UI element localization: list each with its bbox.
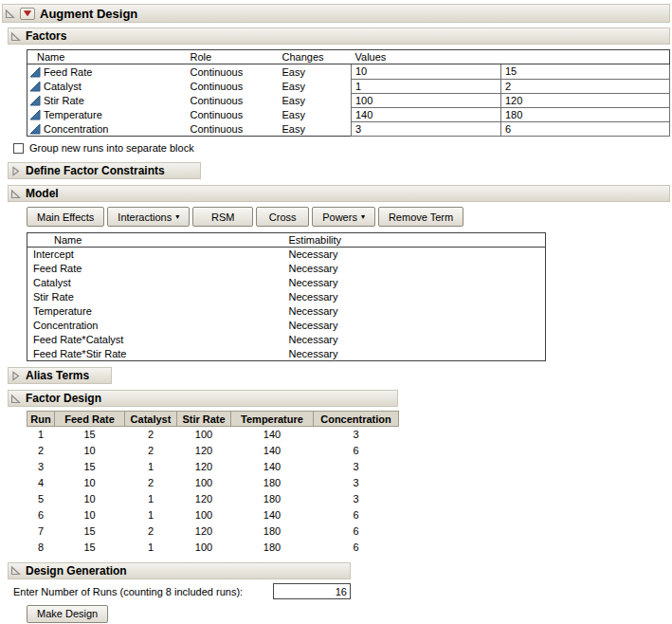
num-runs-input[interactable] bbox=[273, 583, 351, 599]
model-term-row: Feed Rate*Stir RateNecessary bbox=[27, 347, 546, 361]
term-estimability-cell[interactable]: Necessary bbox=[285, 276, 546, 290]
factor-name-cell[interactable]: Catalyst bbox=[27, 79, 187, 93]
value-cell: 3 bbox=[314, 459, 399, 475]
factor-changes-cell[interactable]: Easy bbox=[279, 93, 352, 107]
powers-button[interactable]: Powers▾ bbox=[312, 207, 375, 227]
cross-button[interactable]: Cross bbox=[256, 207, 309, 227]
term-estimability-cell[interactable]: Necessary bbox=[285, 304, 546, 319]
value-cell: 6 bbox=[314, 507, 399, 523]
factor-row: Temperature Continuous Easy 140 180 bbox=[27, 107, 670, 121]
term-estimability-cell[interactable]: Necessary bbox=[285, 262, 546, 276]
factor-role-cell[interactable]: Continuous bbox=[187, 79, 279, 93]
factor-high-value[interactable]: 120 bbox=[501, 93, 670, 107]
rsm-button[interactable]: RSM bbox=[192, 207, 253, 227]
value-cell: 10 bbox=[55, 491, 125, 507]
run-cell: 2 bbox=[27, 443, 55, 459]
factor-role-cell[interactable]: Continuous bbox=[187, 93, 279, 107]
term-name-cell[interactable]: Feed Rate*Catalyst bbox=[27, 333, 285, 347]
term-name-cell[interactable]: Catalyst bbox=[27, 276, 285, 290]
term-name-cell[interactable]: Temperature bbox=[27, 304, 285, 319]
factor-high-value[interactable]: 2 bbox=[501, 79, 670, 93]
value-cell: 180 bbox=[231, 475, 314, 491]
interactions-button[interactable]: Interactions▾ bbox=[107, 207, 190, 227]
factor-role-cell[interactable]: Continuous bbox=[187, 121, 279, 137]
outline-header-model[interactable]: Model bbox=[8, 185, 670, 202]
term-name-cell[interactable]: Feed Rate*Stir Rate bbox=[27, 347, 285, 361]
factor-high-value[interactable]: 15 bbox=[501, 64, 670, 80]
factor-high-value[interactable]: 180 bbox=[501, 107, 670, 121]
factor-high-value[interactable]: 6 bbox=[501, 121, 670, 137]
design-row: 71521201806 bbox=[27, 523, 399, 540]
value-cell: 2 bbox=[125, 523, 177, 540]
value-cell: 1 bbox=[125, 507, 177, 523]
design-row: 61011001406 bbox=[27, 507, 399, 523]
disclosure-open-icon bbox=[10, 31, 21, 42]
factor-design-header-label: Factor Design bbox=[26, 392, 101, 405]
outline-header-define-factor-constraints[interactable]: Define Factor Constraints bbox=[8, 162, 201, 179]
factor-name-cell[interactable]: Temperature bbox=[27, 107, 187, 121]
term-name-cell[interactable]: Concentration bbox=[27, 319, 285, 333]
group-runs-row: Group new runs into separate block bbox=[13, 141, 672, 155]
run-cell: 4 bbox=[27, 475, 55, 491]
continuous-factor-icon bbox=[29, 66, 41, 78]
value-cell: 120 bbox=[177, 443, 231, 459]
factor-row: Catalyst Continuous Easy 1 2 bbox=[27, 79, 670, 93]
continuous-factor-icon bbox=[29, 95, 41, 106]
value-cell: 100 bbox=[177, 475, 231, 491]
factor-name-cell[interactable]: Stir Rate bbox=[27, 93, 187, 107]
factor-low-value[interactable]: 100 bbox=[352, 93, 501, 107]
design-row: 81511001806 bbox=[27, 540, 399, 556]
disclosure-open-icon bbox=[5, 9, 15, 19]
term-estimability-cell[interactable]: Necessary bbox=[285, 290, 546, 304]
red-triangle-icon bbox=[23, 9, 32, 17]
run-cell: 6 bbox=[27, 507, 55, 523]
outline-header-factors[interactable]: Factors bbox=[8, 28, 670, 45]
factor-low-value[interactable]: 3 bbox=[352, 121, 501, 137]
model-terms-table: Name Estimability InterceptNecessary Fee… bbox=[27, 232, 546, 361]
model-term-row: Stir RateNecessary bbox=[27, 290, 546, 304]
term-name-cell[interactable]: Stir Rate bbox=[27, 290, 285, 304]
factor-low-value[interactable]: 1 bbox=[352, 79, 501, 93]
factors-table: Name Role Changes Values Feed Rate Conti… bbox=[27, 49, 670, 137]
value-cell: 2 bbox=[125, 475, 177, 491]
outline-header-augment-design[interactable]: Augment Design bbox=[2, 4, 670, 23]
factor-low-value[interactable]: 10 bbox=[352, 64, 501, 80]
design-generation-header-label: Design Generation bbox=[26, 564, 127, 578]
outline-header-design-generation[interactable]: Design Generation bbox=[8, 562, 351, 579]
design-header-row: Run Feed Rate Catalyst Stir Rate Tempera… bbox=[27, 412, 399, 427]
factor-changes-cell[interactable]: Easy bbox=[279, 121, 352, 137]
term-name-cell[interactable]: Feed Rate bbox=[27, 262, 285, 276]
factor-changes-cell[interactable]: Easy bbox=[279, 79, 352, 93]
design-col-concentration: Concentration bbox=[314, 412, 399, 427]
factors-col-role: Role bbox=[187, 50, 279, 64]
constraints-header-label: Define Factor Constraints bbox=[26, 164, 165, 177]
term-estimability-cell[interactable]: Necessary bbox=[285, 333, 546, 347]
design-col-temperature: Temperature bbox=[231, 412, 314, 427]
model-term-row: InterceptNecessary bbox=[27, 248, 546, 262]
term-name-cell[interactable]: Intercept bbox=[27, 248, 285, 262]
disclosure-open-icon bbox=[10, 565, 21, 576]
make-design-button[interactable]: Make Design bbox=[27, 605, 108, 623]
model-col-estimability: Estimability bbox=[285, 233, 546, 248]
main-effects-button[interactable]: Main Effects bbox=[27, 207, 104, 227]
remove-term-button[interactable]: Remove Term bbox=[378, 207, 463, 227]
run-cell: 1 bbox=[27, 427, 55, 443]
design-row: 51011201803 bbox=[27, 491, 399, 507]
factor-changes-cell[interactable]: Easy bbox=[279, 64, 352, 80]
group-runs-checkbox[interactable] bbox=[13, 143, 24, 154]
outline-header-alias-terms[interactable]: Alias Terms bbox=[8, 367, 112, 384]
factor-low-value[interactable]: 140 bbox=[352, 107, 501, 121]
term-estimability-cell[interactable]: Necessary bbox=[285, 319, 546, 333]
model-term-row: ConcentrationNecessary bbox=[27, 319, 546, 333]
factor-role-cell[interactable]: Continuous bbox=[187, 64, 279, 80]
factor-role-cell[interactable]: Continuous bbox=[187, 107, 279, 121]
term-estimability-cell[interactable]: Necessary bbox=[285, 248, 546, 262]
red-triangle-menu-button[interactable] bbox=[20, 8, 35, 20]
factor-changes-cell[interactable]: Easy bbox=[279, 107, 352, 121]
continuous-factor-icon bbox=[29, 109, 41, 120]
factor-name-cell[interactable]: Feed Rate bbox=[27, 64, 187, 79]
outline-header-factor-design[interactable]: Factor Design bbox=[8, 390, 398, 407]
factor-name-cell[interactable]: Concentration bbox=[27, 121, 187, 136]
value-cell: 100 bbox=[177, 507, 231, 523]
term-estimability-cell[interactable]: Necessary bbox=[285, 347, 546, 361]
